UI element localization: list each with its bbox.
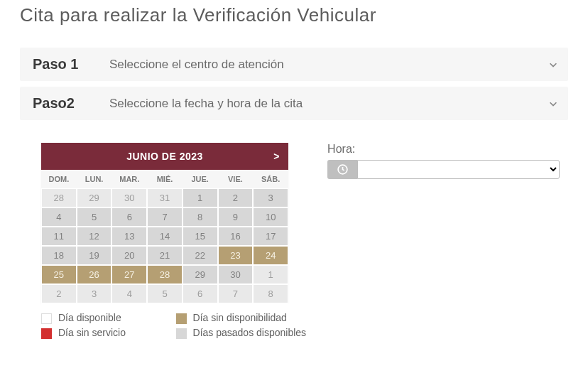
step-1-label: Paso 1 [33, 56, 109, 72]
calendar-day[interactable]: 16 [218, 227, 254, 246]
calendar-day[interactable]: 14 [147, 227, 183, 246]
calendar-day[interactable]: 6 [183, 284, 218, 303]
calendar-month-title: JUNIO DE 2023 [126, 151, 203, 162]
legend-noserv: Día sin servicio [58, 327, 172, 338]
hora-label: Hora: [327, 143, 560, 156]
page-title: Cita para realizar la Verificación Vehic… [0, 0, 588, 42]
calendar-dow: LUN. [77, 170, 112, 188]
calendar-day[interactable]: 10 [253, 207, 288, 227]
calendar-dow: MIÉ. [147, 170, 183, 188]
step-1-panel[interactable]: Paso 1 Seleccione el centro de atención [20, 48, 568, 81]
calendar-day[interactable]: 29 [77, 188, 112, 207]
calendar-dow: VIE. [218, 170, 254, 188]
calendar-next-button[interactable]: > [273, 151, 280, 162]
calendar-day[interactable]: 17 [253, 227, 288, 246]
calendar-day[interactable]: 21 [147, 246, 183, 265]
calendar-day[interactable]: 20 [111, 246, 147, 265]
calendar-day[interactable]: 23 [218, 246, 254, 265]
step-2-desc: Seleccione la fecha y hora de la cita [109, 97, 303, 111]
calendar-dow: DOM. [41, 170, 77, 188]
calendar-day[interactable]: 30 [218, 265, 254, 284]
calendar: JUNIO DE 2023 > DOM.LUN.MAR.MIÉ.JUE.VIE.… [41, 143, 288, 303]
calendar-day[interactable]: 28 [147, 265, 183, 284]
calendar-day[interactable]: 8 [183, 207, 218, 227]
calendar-day[interactable]: 2 [41, 284, 77, 303]
step-1-desc: Seleccione el centro de atención [109, 58, 284, 72]
calendar-day[interactable]: 7 [218, 284, 254, 303]
calendar-day[interactable]: 13 [111, 227, 147, 246]
legend-swatch-noserv [41, 328, 52, 339]
calendar-day[interactable]: 29 [183, 265, 218, 284]
calendar-day[interactable]: 15 [183, 227, 218, 246]
legend-swatch-nodisp [176, 313, 187, 324]
step-2-label: Paso2 [33, 95, 109, 112]
calendar-day[interactable]: 24 [253, 246, 288, 265]
calendar-day[interactable]: 25 [41, 265, 77, 284]
calendar-day[interactable]: 27 [111, 265, 147, 284]
calendar-header: JUNIO DE 2023 > [41, 143, 288, 170]
calendar-day[interactable]: 5 [77, 207, 112, 227]
chevron-down-icon [548, 99, 558, 109]
calendar-day[interactable]: 1 [253, 265, 288, 284]
calendar-day[interactable]: 2 [218, 188, 254, 207]
calendar-day[interactable]: 12 [77, 227, 112, 246]
calendar-day[interactable]: 9 [218, 207, 254, 227]
calendar-day[interactable]: 3 [77, 284, 112, 303]
legend-available: Día disponible [58, 312, 172, 323]
calendar-day[interactable]: 4 [111, 284, 147, 303]
calendar-dow: SÁB. [253, 170, 288, 188]
calendar-day[interactable]: 1 [183, 188, 218, 207]
step-2-panel[interactable]: Paso2 Seleccione la fecha y hora de la c… [20, 87, 568, 120]
legend-nodisp: Día sin disponibilidad [193, 312, 307, 323]
calendar-day[interactable]: 19 [77, 246, 112, 265]
calendar-day[interactable]: 3 [253, 188, 288, 207]
legend-swatch-past [176, 328, 187, 339]
calendar-day[interactable]: 28 [41, 188, 77, 207]
calendar-day[interactable]: 4 [41, 207, 77, 227]
calendar-day[interactable]: 22 [183, 246, 218, 265]
calendar-dow: JUE. [183, 170, 218, 188]
clock-button[interactable] [327, 160, 357, 179]
calendar-day[interactable]: 11 [41, 227, 77, 246]
hora-select[interactable] [357, 160, 560, 179]
calendar-day[interactable]: 8 [253, 284, 288, 303]
calendar-dow: MAR. [111, 170, 147, 188]
calendar-day[interactable]: 30 [111, 188, 147, 207]
clock-icon [337, 163, 349, 176]
calendar-day[interactable]: 18 [41, 246, 77, 265]
legend-swatch-available [41, 313, 52, 324]
calendar-day[interactable]: 26 [77, 265, 112, 284]
calendar-day[interactable]: 7 [147, 207, 183, 227]
calendar-day[interactable]: 6 [111, 207, 147, 227]
legend-past: Días pasados disponibles [193, 327, 307, 338]
calendar-legend: Día disponible Día sin disponibilidad Dí… [41, 303, 306, 347]
calendar-day[interactable]: 31 [147, 188, 183, 207]
calendar-day[interactable]: 5 [147, 284, 183, 303]
chevron-down-icon [548, 60, 558, 70]
